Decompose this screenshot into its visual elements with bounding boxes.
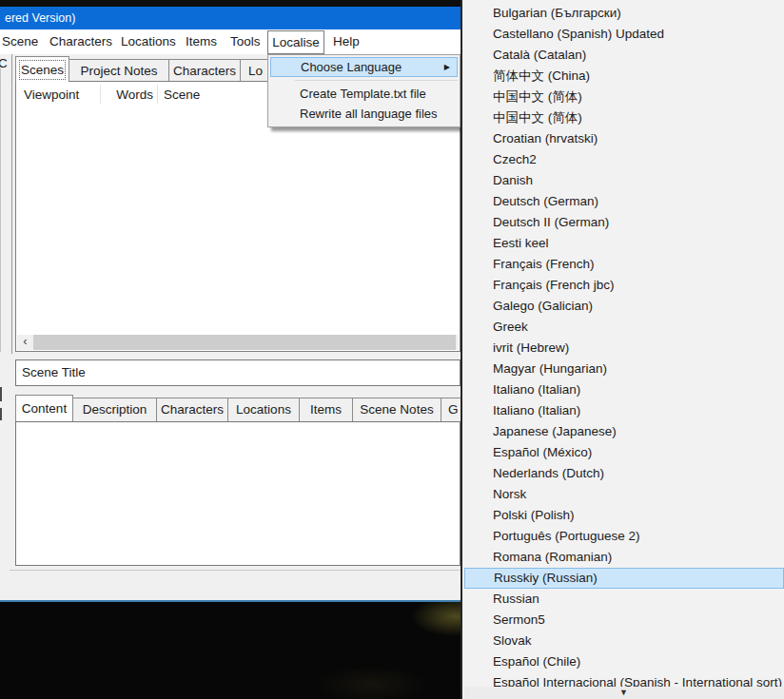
language-menu-item[interactable]: Slovak — [462, 631, 784, 651]
clipped-control-edge — [0, 387, 2, 401]
menubar-item-locations[interactable]: Locations — [121, 29, 176, 54]
menubar-item-scene[interactable]: Scene — [2, 29, 38, 54]
submenu-arrow-icon: ▶ — [444, 62, 450, 73]
column-header-viewpoint[interactable]: Viewpoint — [24, 86, 79, 105]
language-menu-item[interactable]: Deutsch (German) — [462, 191, 784, 212]
language-menu-item[interactable]: Português (Portuguese 2) — [462, 526, 784, 547]
menu-separator — [295, 80, 458, 81]
focus-rectangle — [19, 60, 66, 80]
menubar-item-tools[interactable]: Tools — [230, 29, 261, 54]
menubar-item-characters[interactable]: Characters — [49, 29, 112, 54]
language-menu-item[interactable]: Romana (Romanian) — [462, 547, 784, 568]
window-bottom-border — [0, 600, 466, 602]
tab-scenes[interactable]: Scenes — [15, 56, 69, 82]
language-menu-item[interactable]: Czech2 — [462, 149, 784, 170]
scroll-left-button[interactable]: ‹ — [17, 335, 33, 350]
menu-item-choose-language[interactable]: Choose Language ▶ — [270, 57, 458, 77]
left-panel-edge — [0, 68, 1, 352]
menubar-item-localise-open[interactable]: Localise — [267, 30, 324, 54]
tab-project-notes[interactable]: Project Notes — [69, 59, 169, 82]
language-menu-item[interactable]: Castellano (Spanish) Updated — [462, 24, 784, 45]
language-menu-item[interactable]: 中国中文 (简体) — [462, 107, 784, 128]
menubar-item-help[interactable]: Help — [333, 29, 360, 54]
menu-bar: Scene Characters Locations Items Tools L… — [0, 29, 466, 54]
language-menu-item[interactable]: Galego (Galician) — [462, 296, 784, 317]
language-menu-item[interactable]: Danish — [462, 170, 784, 191]
left-panel-divider — [11, 54, 12, 354]
language-menu-item[interactable]: Polski (Polish) — [462, 505, 784, 526]
menubar-item-items[interactable]: Items — [186, 29, 217, 54]
tab-locations-bottom[interactable]: Locations — [227, 398, 300, 421]
language-menu-item[interactable]: Russian — [462, 589, 784, 610]
language-menu-item[interactable]: Magyar (Hungarian) — [462, 359, 784, 379]
tab-page-border — [10, 570, 466, 571]
language-menu-item[interactable]: Sermon5 — [462, 610, 784, 631]
language-menu-item[interactable]: ivrit (Hebrew) — [462, 338, 784, 359]
scroll-left-icon: ‹ — [23, 334, 27, 348]
language-menu-item[interactable]: Croatian (hrvatski) — [462, 128, 784, 149]
column-separator — [157, 85, 158, 104]
scrollbar-thumb[interactable] — [33, 335, 456, 350]
screen: ered Version) Scene Characters Locations… — [0, 0, 784, 699]
localise-dropdown-menu: Choose Language ▶ Create Template.txt fi… — [267, 54, 461, 127]
language-menu-item[interactable]: 简体中文 (China) — [462, 66, 784, 87]
scene-content-textarea[interactable] — [15, 421, 461, 566]
tab-description[interactable]: Description — [72, 398, 157, 421]
language-menu-item[interactable]: Russkiy (Russian) — [464, 568, 784, 589]
desktop-wallpaper-smudge — [314, 666, 428, 699]
language-menu-item[interactable]: Español (México) — [462, 442, 784, 463]
title-bar[interactable]: ered Version) — [0, 7, 466, 29]
menu-item[interactable]: Create Template.txt file — [268, 84, 460, 104]
language-menu-item[interactable]: Bulgarian (Български) — [462, 3, 784, 24]
menu-scroll-down-row[interactable]: ▼ — [464, 687, 784, 699]
clipped-control-edge — [0, 408, 2, 420]
language-menu-item[interactable]: Nederlands (Dutch) — [462, 463, 784, 484]
language-menu-item[interactable]: Français (French) — [462, 254, 784, 275]
column-header-scene[interactable]: Scene — [164, 86, 200, 105]
window-title: ered Version) — [5, 11, 75, 25]
tab-items-bottom[interactable]: Items — [299, 398, 353, 421]
tab-characters[interactable]: Characters — [168, 59, 241, 82]
language-menu-item[interactable]: Greek — [462, 317, 784, 338]
column-header-words[interactable]: Words — [102, 86, 153, 105]
tab-characters-bottom[interactable]: Characters — [156, 398, 228, 421]
language-menu-item[interactable]: Italiano (Italian) — [462, 379, 784, 400]
language-list: Bulgarian (Български)Castellano (Spanish… — [462, 3, 784, 693]
language-menu-item[interactable]: Español (Chile) — [462, 651, 784, 672]
language-menu-item[interactable]: Japanese (Japanese) — [462, 421, 784, 442]
language-menu-item[interactable]: Deutsch II (German) — [462, 212, 784, 233]
language-menu-item[interactable]: Italiano (Italian) — [462, 400, 784, 421]
scene-title-field[interactable]: Scene Title — [15, 359, 461, 386]
scroll-down-icon: ▼ — [619, 687, 628, 698]
menu-item[interactable]: Rewrite all language files — [268, 104, 460, 124]
language-menu-item[interactable]: 中国中文 (简体) — [462, 87, 784, 107]
horizontal-scrollbar[interactable]: ‹ — [17, 335, 459, 350]
column-separator — [100, 85, 101, 104]
window-top-edge — [0, 0, 466, 7]
language-menu-item[interactable]: Français (French jbc) — [462, 275, 784, 296]
tab-scene-notes[interactable]: Scene Notes — [352, 398, 441, 421]
clipped-tab-fragment: C — [0, 56, 8, 70]
tab-content[interactable]: Content — [15, 395, 73, 421]
language-menu-item[interactable]: Català (Catalan) — [462, 45, 784, 66]
language-menu-item[interactable]: Norsk — [462, 484, 784, 505]
language-submenu: Bulgarian (Български)Castellano (Spanish… — [461, 0, 784, 699]
language-menu-item[interactable]: Eesti keel — [462, 233, 784, 254]
